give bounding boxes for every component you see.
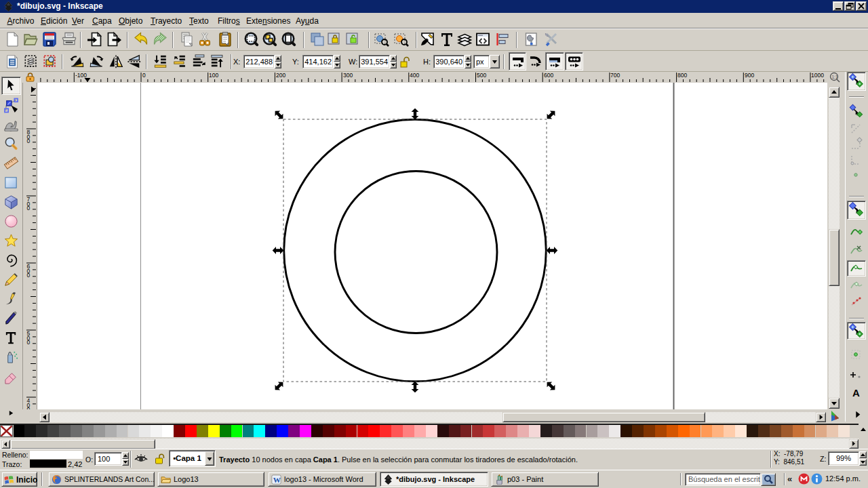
svg-text:200: 200 <box>276 72 285 79</box>
svg-text:W: W <box>273 476 281 484</box>
svg-text:400: 400 <box>410 72 419 79</box>
svg-text:0: 0 <box>27 272 31 279</box>
svg-text:A: A <box>852 387 860 399</box>
svg-text:800: 800 <box>677 72 687 79</box>
svg-text:0: 0 <box>27 339 31 346</box>
svg-text:600: 600 <box>544 72 553 79</box>
svg-text:-100: -100 <box>75 72 87 79</box>
svg-text:0: 0 <box>142 72 146 79</box>
svg-text:500: 500 <box>477 72 486 79</box>
svg-text:700: 700 <box>610 72 620 79</box>
svg-text:900: 900 <box>745 72 754 79</box>
svg-text:1:1: 1:1 <box>832 75 838 79</box>
svg-text:100: 100 <box>209 72 218 79</box>
svg-text:1000: 1000 <box>811 72 824 79</box>
svg-text:0: 0 <box>27 138 31 144</box>
svg-text:300: 300 <box>343 72 353 79</box>
svg-text:0: 0 <box>27 205 31 211</box>
